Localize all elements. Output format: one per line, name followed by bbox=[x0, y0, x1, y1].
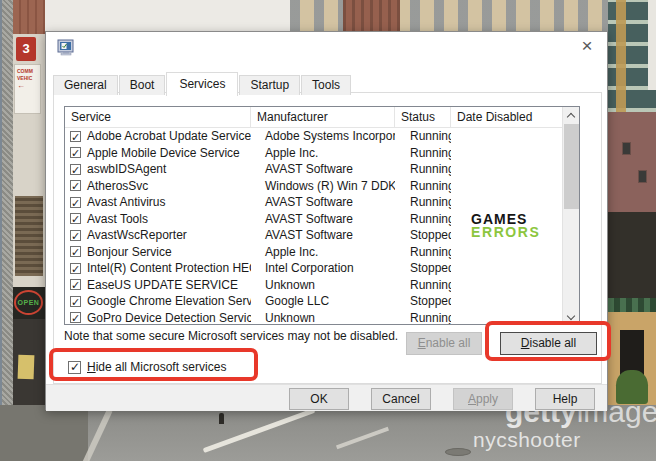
enable-all-button[interactable]: Enable all bbox=[406, 332, 482, 355]
background-brick-mid bbox=[608, 112, 656, 212]
list-header: Service Manufacturer Status Date Disable… bbox=[65, 107, 564, 128]
column-header-date-disabled[interactable]: Date Disabled bbox=[451, 107, 564, 128]
service-name: Adobe Acrobat Update Service bbox=[87, 128, 251, 145]
note-text: Note that some secure Microsoft services… bbox=[64, 329, 398, 343]
date-disabled-cell bbox=[451, 244, 564, 261]
manufacturer-cell: Windows (R) Win 7 DDK pr… bbox=[251, 178, 395, 195]
open-sign: OPEN bbox=[13, 287, 45, 319]
checkbox-icon[interactable] bbox=[70, 197, 81, 208]
vertical-scrollbar[interactable] bbox=[562, 107, 579, 325]
manufacturer-cell: Unknown bbox=[251, 310, 395, 326]
checkbox-icon[interactable] bbox=[70, 213, 81, 224]
street-sign-text: COMM VEHIC ← bbox=[14, 64, 41, 114]
background-louvers bbox=[15, 196, 43, 276]
tab-tools[interactable]: Tools bbox=[301, 75, 351, 95]
background-pedestrian bbox=[219, 413, 224, 424]
checkbox-icon[interactable] bbox=[70, 164, 81, 175]
service-name: AtherosSvc bbox=[87, 178, 148, 195]
status-cell: Running bbox=[395, 277, 451, 294]
hide-label-mnemonic: H bbox=[87, 360, 96, 374]
close-icon[interactable]: × bbox=[573, 34, 601, 60]
checkbox-icon[interactable] bbox=[70, 230, 81, 241]
table-row[interactable]: GoPro Device Detection ServiceUnknownRun… bbox=[65, 310, 564, 326]
background-mullion bbox=[616, 0, 626, 112]
column-header-manufacturer[interactable]: Manufacturer bbox=[251, 107, 395, 128]
table-row[interactable]: Google Chrome Elevation Servic…Google LL… bbox=[65, 293, 564, 310]
table-row[interactable]: EaseUS UPDATE SERVICEUnknownRunning bbox=[65, 277, 564, 294]
apply-mnemonic: A bbox=[468, 392, 476, 406]
manufacturer-cell: AVAST Software bbox=[251, 161, 395, 178]
msconfig-icon bbox=[57, 39, 75, 56]
title-bar: × bbox=[46, 32, 607, 63]
table-row[interactable]: Apple Mobile Device ServiceApple Inc.Run… bbox=[65, 145, 564, 162]
checkbox-icon[interactable] bbox=[70, 279, 81, 290]
table-row[interactable]: Bonjour ServiceApple Inc.Running bbox=[65, 244, 564, 261]
games-errors-logo: GAMES ERRORS bbox=[471, 213, 541, 239]
scroll-up-icon[interactable] bbox=[563, 107, 580, 124]
open-sign-text: OPEN bbox=[14, 290, 43, 315]
street-sign-line1: COMM bbox=[17, 68, 33, 74]
checkbox-icon[interactable] bbox=[70, 131, 81, 142]
checkbox-icon[interactable] bbox=[68, 361, 81, 374]
table-row[interactable]: AtherosSvcWindows (R) Win 7 DDK pr…Runni… bbox=[65, 178, 564, 195]
checkbox-icon[interactable] bbox=[70, 246, 81, 257]
hide-microsoft-services-checkbox[interactable]: Hide all Microsoft services bbox=[68, 360, 226, 374]
manufacturer-cell: Apple Inc. bbox=[251, 145, 395, 162]
tab-boot[interactable]: Boot bbox=[119, 75, 166, 95]
status-cell: Running bbox=[395, 161, 451, 178]
cancel-button[interactable]: Cancel bbox=[371, 388, 431, 410]
scrollbar-thumb[interactable] bbox=[564, 124, 579, 209]
scroll-down-icon[interactable] bbox=[563, 309, 580, 325]
manufacturer-cell: AVAST Software bbox=[251, 194, 395, 211]
manufacturer-cell: Adobe Systems Incorporated bbox=[251, 128, 395, 145]
table-row[interactable]: Intel(R) Content Protection HEC…Intel Co… bbox=[65, 260, 564, 277]
tab-general[interactable]: General bbox=[53, 75, 118, 95]
service-name: Avast Tools bbox=[87, 211, 148, 228]
services-tab-page: Service Manufacturer Status Date Disable… bbox=[53, 92, 602, 384]
service-cell: Avast Tools bbox=[65, 211, 251, 228]
service-name: Apple Mobile Device Service bbox=[87, 145, 240, 162]
background-light-edge bbox=[648, 0, 656, 90]
ok-button[interactable]: OK bbox=[289, 388, 349, 410]
checkbox-icon[interactable] bbox=[70, 296, 81, 307]
tab-startup[interactable]: Startup bbox=[239, 75, 300, 95]
date-disabled-cell bbox=[451, 178, 564, 195]
date-disabled-cell bbox=[451, 161, 564, 178]
manufacturer-cell: AVAST Software bbox=[251, 227, 395, 244]
service-cell: AvastWscReporter bbox=[65, 227, 251, 244]
background-tan-building bbox=[290, 0, 608, 31]
background-brick-tower bbox=[343, 0, 400, 31]
status-cell: Running bbox=[395, 128, 451, 145]
checkbox-icon[interactable] bbox=[70, 312, 81, 323]
manufacturer-cell: Apple Inc. bbox=[251, 244, 395, 261]
background-buildings-top bbox=[45, 0, 608, 31]
watermark-credit: nycshooter bbox=[473, 428, 581, 452]
table-row[interactable]: Avast AntivirusAVAST SoftwareRunning bbox=[65, 194, 564, 211]
status-cell: Stopped bbox=[395, 293, 451, 310]
help-button[interactable]: Help bbox=[535, 388, 595, 410]
tab-bar: GeneralBootServicesStartupTools bbox=[53, 72, 352, 95]
apply-label: pply bbox=[476, 392, 498, 406]
checkbox-icon[interactable] bbox=[70, 263, 81, 274]
background-yellow-note bbox=[18, 355, 35, 380]
checkbox-icon[interactable] bbox=[70, 180, 81, 191]
background-sidewalk bbox=[0, 405, 88, 461]
status-cell: Running bbox=[395, 211, 451, 228]
table-row[interactable]: aswbIDSAgentAVAST SoftwareRunning bbox=[65, 161, 564, 178]
service-name: Bonjour Service bbox=[87, 244, 172, 261]
apply-button[interactable]: Apply bbox=[453, 388, 513, 410]
disable-all-button[interactable]: Disable all bbox=[500, 332, 597, 355]
table-row[interactable]: Adobe Acrobat Update ServiceAdobe System… bbox=[65, 128, 564, 145]
service-cell: Bonjour Service bbox=[65, 244, 251, 261]
disable-all-label: isable all bbox=[529, 336, 576, 350]
column-header-status[interactable]: Status bbox=[395, 107, 451, 128]
service-cell: Avast Antivirus bbox=[65, 194, 251, 211]
services-list: Service Manufacturer Status Date Disable… bbox=[64, 106, 580, 325]
checkbox-icon[interactable] bbox=[70, 147, 81, 158]
street-sign-arrow: ← bbox=[17, 81, 25, 90]
service-name: Intel(R) Content Protection HEC… bbox=[87, 260, 251, 277]
date-disabled-cell bbox=[451, 293, 564, 310]
tab-services[interactable]: Services bbox=[166, 72, 238, 96]
date-disabled-cell bbox=[451, 260, 564, 277]
column-header-service[interactable]: Service bbox=[65, 107, 251, 128]
